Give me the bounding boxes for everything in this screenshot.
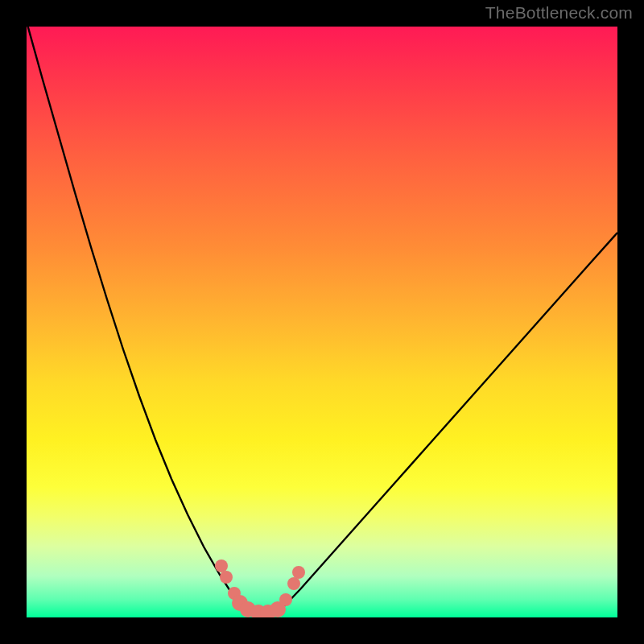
bottleneck-curve — [27, 27, 617, 616]
curve-marker — [279, 593, 292, 606]
plot-area — [27, 27, 617, 617]
curve-marker — [287, 577, 300, 590]
watermark-text: TheBottleneck.com — [485, 3, 633, 23]
bottleneck-curve-svg — [27, 27, 617, 617]
curve-marker — [292, 566, 305, 579]
curve-marker — [220, 571, 233, 584]
curve-marker — [215, 559, 228, 572]
chart-frame: TheBottleneck.com — [0, 0, 644, 644]
curve-group — [27, 27, 617, 616]
